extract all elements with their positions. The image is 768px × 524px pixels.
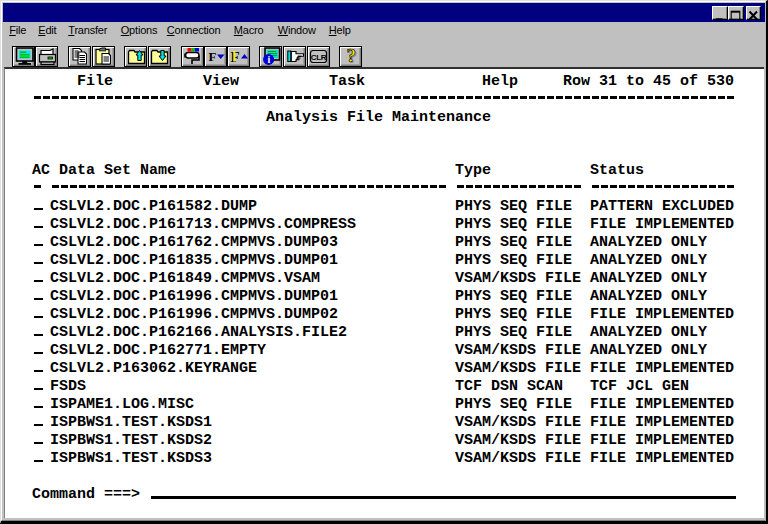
svg-text:CLR: CLR [311, 53, 327, 62]
svg-text:?: ? [346, 47, 356, 66]
svg-text:F: F [208, 49, 216, 64]
svg-text:i: i [267, 54, 270, 65]
